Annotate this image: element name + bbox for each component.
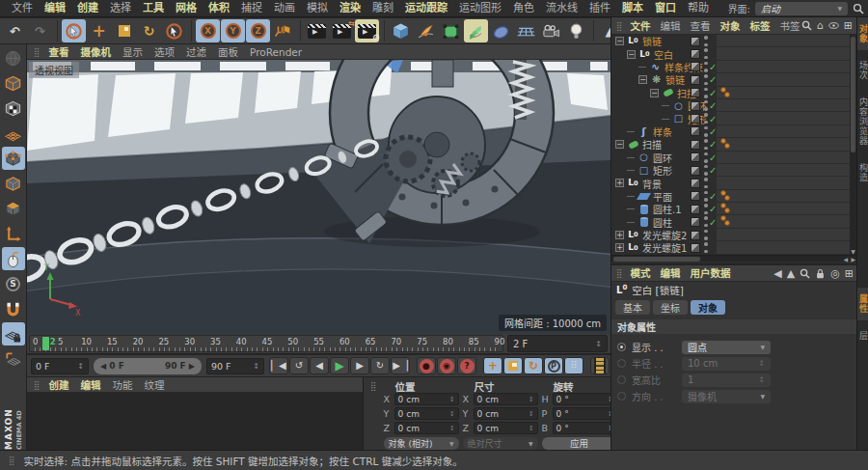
drag-grip-icon[interactable]: ⣿ [34,47,41,57]
object-row-圆柱[interactable]: 圆柱✓ [611,215,851,228]
add-modeling-button[interactable] [464,19,488,42]
om-menu-item-5[interactable]: 标签 [746,17,775,35]
coord-input[interactable]: 0 cm↕ [394,422,459,434]
viewport-solo-button[interactable] [2,247,25,270]
object-row-背景[interactable]: +L0背景 [611,177,851,189]
add-spline-button[interactable] [414,19,438,42]
visibility-dots[interactable] [704,113,708,124]
visibility-dots[interactable] [704,204,708,214]
enabled-check-icon[interactable]: ✓ [709,88,717,98]
convert-object-button[interactable] [2,46,25,69]
enabled-check-icon[interactable]: ✓ [709,139,717,150]
record-keyframe-button[interactable]: ● [417,357,436,374]
add-panel-icon[interactable]: ⊞ [844,20,853,31]
object-row-空白[interactable]: −L0空白 [611,47,851,60]
search-icon[interactable] [800,268,810,279]
layer-color-box[interactable] [691,114,700,124]
enabled-check-icon[interactable]: ✓ [709,62,717,72]
viewport-menu-item-7[interactable]: ProRender [244,44,308,60]
scroll-left-icon[interactable]: ◀ [843,256,848,263]
menu-item-1[interactable]: 文件 [6,0,39,17]
add-primitive-button[interactable] [389,19,413,42]
material-menu-item-2[interactable]: 编辑 [75,377,107,393]
layer-color-box[interactable] [691,140,700,150]
menu-item-12[interactable]: 雕刻 [366,0,399,17]
menu-item-5[interactable]: 工具 [137,0,170,17]
scale-button[interactable] [112,19,136,42]
enabled-check-icon[interactable]: ✓ [709,217,717,228]
add-deformer-button[interactable] [489,19,513,42]
layer-color-box[interactable] [691,75,700,85]
menu-item-10[interactable]: 模拟 [301,0,334,17]
visibility-dots[interactable] [704,126,708,137]
expand-icon[interactable]: + [615,231,624,239]
visibility-dots[interactable] [704,165,708,176]
last-tool-button[interactable] [162,19,186,42]
menu-item-19[interactable]: 窗口 [649,0,682,17]
scrollbar-thumb[interactable] [851,37,855,152]
nav-back-icon[interactable]: ◀ [773,268,781,279]
tag-dots-icon[interactable] [720,203,730,213]
coord-input[interactable]: 0 cm↕ [474,422,538,434]
lock-y-axis-button[interactable]: Y [221,19,245,42]
planar-workplane-button[interactable] [2,347,25,371]
current-frame-field[interactable]: 2 F↕ [507,335,608,352]
drag-grip-icon[interactable]: ⣿ [34,380,41,390]
layer-color-box[interactable] [691,49,700,59]
menu-item-16[interactable]: 流水线 [540,0,583,17]
object-row-样条[interactable]: ʃ样条✓ [611,125,851,138]
menu-item-3[interactable]: 创建 [71,0,104,17]
tab-坐标[interactable]: 坐标 [653,300,688,315]
enabled-check-icon[interactable]: ✓ [709,165,717,176]
search-icon[interactable] [853,3,864,14]
tag-dots-icon[interactable] [720,190,730,201]
layer-color-box[interactable] [691,205,700,214]
object-row-扫描[interactable]: −扫描✓ [611,87,851,99]
spinner-icon[interactable]: ↕ [253,362,259,371]
tag-dots-icon[interactable] [720,138,730,149]
expand-icon[interactable]: + [615,179,624,187]
visibility-dots[interactable] [704,100,708,111]
drag-grip-icon[interactable]: ⣿ [370,381,377,450]
menu-item-2[interactable]: 编辑 [39,0,71,17]
menu-item-20[interactable]: 帮助 [682,0,715,17]
nav-up-icon[interactable]: ▲ [787,268,795,279]
enable-axis-button[interactable] [2,222,25,245]
move-button[interactable]: + [87,19,111,42]
snap-magnet-button[interactable] [2,297,25,320]
drag-grip-icon[interactable]: ⣿ [9,456,15,465]
home-icon[interactable]: ⌂ [817,20,824,31]
layer-color-box[interactable] [691,126,700,136]
viewport-menu-item-3[interactable]: 显示 [117,44,149,60]
visibility-dots[interactable] [704,178,708,188]
edges-mode-button[interactable] [2,172,25,195]
points-mode-button[interactable] [2,147,25,170]
focus-icon[interactable]: ◎ [830,268,840,279]
undo-button[interactable]: ↶ [3,19,27,42]
add-floor-button[interactable] [514,19,538,42]
visibility-dots[interactable] [704,36,708,46]
side-tab-属性[interactable]: 属性 [857,288,868,320]
range-start-field[interactable]: 0 F↕ [31,358,89,374]
tag-dots-icon[interactable] [720,87,730,97]
side-tab-构造[interactable]: 构造 [857,156,868,189]
object-row-矩形[interactable]: □矩形✓ [611,164,851,177]
preview-range-button[interactable] [590,357,610,374]
goto-start-button[interactable]: ▏◀ [269,357,288,374]
material-menu-item-4[interactable]: 纹理 [139,377,171,393]
model-mode-button[interactable] [2,71,25,95]
layer-color-box[interactable] [691,166,700,176]
preview-range-slider[interactable]: ◀ 0 F 90 F ▶ [94,358,202,374]
filter-eye-icon[interactable] [828,20,839,31]
menu-item-4[interactable]: 选择 [104,0,137,17]
texture-mode-button[interactable] [2,97,25,120]
playhead[interactable] [42,337,49,350]
view-label[interactable]: 透视视图 [29,62,79,78]
add-light-button[interactable] [564,19,588,42]
render-to-viewer-button[interactable]: ⇆ [330,19,354,42]
layer-color-box[interactable] [691,179,700,188]
coord-input[interactable]: 0 cm↕ [394,393,459,405]
object-row-矩形[interactable]: □矩形✓ [611,112,851,124]
coord-input[interactable]: 0 °↕ [553,407,617,420]
layer-color-box[interactable] [691,62,700,71]
